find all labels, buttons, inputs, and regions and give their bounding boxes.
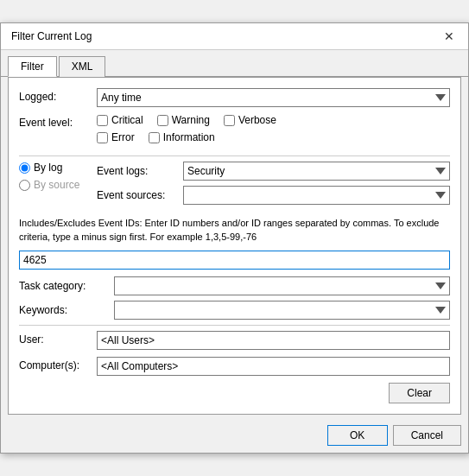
checkbox-row-2: Error Information (97, 131, 450, 143)
warning-checkbox[interactable] (157, 115, 168, 126)
information-checkbox-item: Information (149, 131, 215, 143)
ok-button[interactable]: OK (327, 425, 388, 446)
clear-row: Clear (19, 383, 450, 403)
separator-1 (19, 155, 450, 156)
by-log-label: By log (34, 162, 62, 174)
information-checkbox[interactable] (149, 132, 160, 143)
logged-select[interactable]: Any time Last hour Last 12 hours Last 24… (97, 88, 450, 107)
keywords-label: Keywords: (19, 304, 114, 316)
task-category-label: Task category: (19, 280, 114, 292)
event-fields: Event logs: Security Event sources: (97, 162, 450, 210)
by-source-radio[interactable] (19, 180, 30, 191)
keywords-row: Keywords: (19, 301, 450, 320)
information-label: Information (163, 131, 215, 143)
event-logs-label: Event logs: (97, 165, 183, 177)
tab-filter[interactable]: Filter (8, 56, 57, 77)
logged-row: Logged: Any time Last hour Last 12 hours… (19, 88, 450, 107)
filter-dialog: Filter Current Log ✕ Filter XML Logged: … (0, 22, 469, 454)
logged-control-wrap: Any time Last hour Last 12 hours Last 24… (97, 88, 450, 107)
close-button[interactable]: ✕ (440, 30, 458, 42)
by-source-label: By source (34, 179, 79, 191)
by-source-item: By source (19, 179, 97, 191)
event-sources-row: Event sources: (97, 186, 450, 205)
title-bar: Filter Current Log ✕ (1, 23, 468, 50)
event-sources-label: Event sources: (97, 189, 183, 201)
event-id-row (19, 251, 450, 270)
log-source-row: By log By source Event logs: Security Ev… (19, 162, 450, 210)
event-id-description: Includes/Excludes Event IDs: Enter ID nu… (19, 217, 450, 244)
user-row: User: (19, 331, 450, 350)
cancel-button[interactable]: Cancel (393, 425, 461, 446)
warning-checkbox-item: Warning (157, 114, 210, 126)
event-logs-select[interactable]: Security (183, 162, 450, 181)
event-sources-select[interactable] (183, 186, 450, 205)
error-checkbox[interactable] (97, 132, 108, 143)
verbose-checkbox-item: Verbose (224, 114, 276, 126)
warning-label: Warning (172, 114, 210, 126)
user-input[interactable] (97, 331, 450, 350)
verbose-label: Verbose (238, 114, 276, 126)
event-level-label: Event level: (19, 114, 97, 129)
by-log-item: By log (19, 162, 97, 174)
separator-2 (19, 325, 450, 326)
user-label: User: (19, 331, 97, 346)
event-logs-row: Event logs: Security (97, 162, 450, 181)
verbose-checkbox[interactable] (224, 115, 235, 126)
tab-bar: Filter XML (1, 50, 468, 77)
critical-checkbox-item: Critical (97, 114, 143, 126)
computer-row: Computer(s): (19, 357, 450, 376)
computer-label: Computer(s): (19, 357, 97, 371)
critical-label: Critical (111, 114, 143, 126)
error-label: Error (111, 131, 135, 143)
computer-input[interactable] (97, 357, 450, 376)
checkbox-row-1: Critical Warning Verbose (97, 114, 450, 126)
bottom-buttons: OK Cancel (1, 422, 468, 453)
filter-content: Logged: Any time Last hour Last 12 hours… (8, 77, 461, 415)
computer-input-wrap (97, 357, 450, 376)
by-log-radio[interactable] (19, 162, 30, 174)
event-level-row: Event level: Critical Warning Verbose (19, 114, 450, 149)
critical-checkbox[interactable] (97, 115, 108, 126)
task-category-select[interactable] (114, 276, 450, 295)
logged-label: Logged: (19, 88, 97, 103)
event-id-input[interactable] (19, 251, 450, 270)
tab-xml[interactable]: XML (59, 56, 106, 77)
dialog-title: Filter Current Log (11, 30, 92, 42)
radio-group: By log By source (19, 162, 97, 191)
task-category-row: Task category: (19, 276, 450, 295)
clear-button[interactable]: Clear (389, 383, 450, 403)
keywords-select[interactable] (114, 301, 450, 320)
user-input-wrap (97, 331, 450, 350)
error-checkbox-item: Error (97, 131, 135, 143)
event-level-checkboxes: Critical Warning Verbose Error (97, 114, 450, 149)
